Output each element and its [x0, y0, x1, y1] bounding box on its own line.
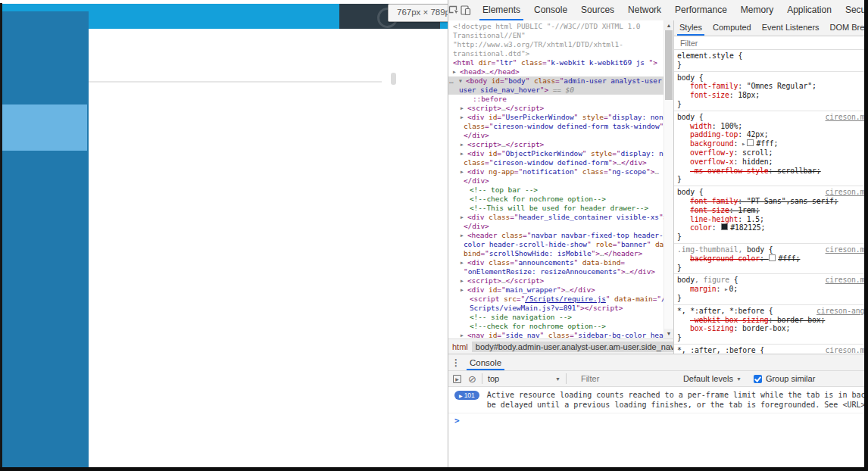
console-prompt-chevron[interactable]: > [448, 413, 868, 428]
log-levels-select[interactable]: Default levels ▼ [683, 374, 742, 383]
dom-tree-line[interactable]: ▶<header class="navbar navbar-fixed-top … [448, 231, 663, 240]
dom-tree-line[interactable]: <!-- side navigation --> [448, 313, 663, 322]
css-declaration[interactable]: overflow-x: hidden; [677, 158, 868, 167]
dom-tree-line[interactable]: class="cireson-window defined-form task-… [448, 122, 663, 131]
console-message[interactable]: ▶101 Active resource loading counts reac… [448, 387, 868, 413]
expand-arrow-icon[interactable]: ▶ [461, 104, 467, 113]
stylesheet-source-link[interactable]: cireson.ma [826, 245, 868, 254]
inspect-element-icon[interactable] [448, 1, 460, 20]
stylesheet-source-link[interactable]: cireson.ma [826, 113, 868, 122]
css-declaration[interactable]: width: 100%; [677, 122, 868, 131]
dom-tree-line[interactable]: <!-- top bar --> [448, 186, 663, 195]
execution-context-select[interactable]: top ▼ [488, 374, 560, 383]
expand-arrow-icon[interactable]: ▶ [461, 285, 467, 295]
dom-tree-line[interactable]: <!doctype html PUBLIC "-//W3C//DTD XHTML… [448, 22, 663, 31]
css-rule[interactable]: cireson.mabody {font-family: "PT Sans",s… [674, 186, 868, 244]
expand-arrow-icon[interactable]: ▶ [461, 149, 467, 158]
stylesheet-source-link[interactable]: cireson-angu [816, 307, 868, 316]
tab-dom-breakpoints[interactable]: DOM Breakpoints [825, 20, 868, 36]
clear-console-icon[interactable]: ⊘ [468, 374, 476, 384]
scrollbar-up-icon[interactable]: ▲ [664, 20, 673, 30]
css-declaration[interactable]: line-height: 1.5; [677, 215, 868, 224]
expand-arrow-icon[interactable]: ▶ [742, 141, 745, 146]
dom-tree-line[interactable]: <!--check for nochrome option--> [448, 322, 663, 331]
group-similar-checkbox[interactable] [754, 375, 762, 383]
css-rule[interactable]: cireson.mabody {width: 100%;padding-top:… [674, 111, 868, 186]
css-declaration[interactable]: padding-top: 42px; [677, 130, 868, 139]
css-declaration[interactable]: background-color: #fff; [677, 254, 868, 264]
styles-filter-input[interactable] [679, 38, 864, 48]
tab-application[interactable]: Application [780, 0, 838, 20]
expand-arrow-icon[interactable]: ▶ [461, 140, 467, 149]
css-rule[interactable]: cbody {font-family: "Omnes Regular";font… [674, 72, 868, 111]
css-rule[interactable]: cireson.ma.img-thumbnail, body {backgrou… [674, 244, 868, 274]
dom-tree-line[interactable]: </div> [448, 131, 663, 140]
tab-performance[interactable]: Performance [668, 0, 734, 20]
tab-memory[interactable]: Memory [734, 0, 780, 20]
stylesheet-source-link[interactable]: cireson.ma [826, 346, 868, 354]
message-count-badge[interactable]: ▶101 [454, 391, 479, 400]
dom-tree-line[interactable]: bind="scrollShowHide: isMobile">…</heade… [448, 249, 663, 258]
page-scrollbar-thumb[interactable] [391, 73, 396, 85]
dom-tree-line[interactable]: <!--check for nochrome option--> [448, 195, 663, 204]
expand-arrow-icon[interactable]: ▶ [461, 167, 467, 176]
dom-tree-line[interactable]: ▶<div ng-app="notification" class="ng-sc… [448, 167, 663, 176]
dom-tree-line[interactable]: ▶<nav id="side_nav" class="sidebar-bg-co… [448, 331, 663, 338]
dom-tree-line[interactable]: color header-scroll-hide-show" role="ban… [448, 240, 663, 249]
console-drawer-tab[interactable]: Console [464, 355, 507, 370]
scrollbar-thumb[interactable] [665, 30, 673, 100]
dom-tree-line[interactable]: <!--This will be used for header drawer-… [448, 204, 663, 213]
device-toolbar-icon[interactable] [460, 1, 471, 20]
css-rule[interactable]: cireson-angu*, *:after, *:before {-webki… [674, 305, 868, 345]
tab-sources[interactable]: Sources [574, 0, 621, 20]
css-declaration[interactable]: font-family: "PT Sans",sans-serif; [677, 197, 868, 206]
dom-tree-line[interactable]: ▶<div class="announcements" data-bind= [448, 258, 663, 267]
dom-tree-line[interactable]: ▶<script>…</script> [448, 276, 663, 285]
dom-tree-line[interactable]: ::before [448, 95, 663, 104]
css-declaration[interactable]: background: ▶#fff; [677, 139, 868, 148]
expand-arrow-icon[interactable]: ▶ [461, 276, 467, 285]
breadcrumb-crumb[interactable]: html [448, 342, 472, 352]
dom-tree-line[interactable]: ▶<div id="main_wrapper">…</div> [448, 285, 663, 295]
tab-console[interactable]: Console [527, 0, 574, 20]
css-declaration[interactable]: overflow-y: scroll; [677, 148, 868, 158]
stylesheet-source-link[interactable]: cireson.ma [826, 276, 868, 285]
dom-tree-line[interactable]: transitional.dtd"> [448, 49, 663, 58]
dom-tree-line[interactable]: ▶<head>…</head> [448, 67, 663, 76]
color-swatch[interactable] [769, 254, 776, 261]
dom-tree-line[interactable]: ▶<script>…</script> [448, 140, 663, 149]
dom-tree-line[interactable]: ▶<script>…</script> [448, 104, 663, 113]
dom-tree-line[interactable]: "http://www.w3.org/TR/xhtml1/DTD/xhtml1- [448, 40, 663, 49]
tab-elements[interactable]: Elements [476, 0, 527, 20]
color-swatch[interactable] [721, 223, 728, 230]
css-declaration[interactable]: font-family: "Omnes Regular"; [677, 82, 868, 91]
dom-tree-line[interactable]: Scripts/viewMain.js?v=891"></script> [448, 304, 663, 313]
tab-computed[interactable]: Computed [707, 20, 757, 36]
tab-styles[interactable]: Styles [674, 20, 707, 36]
color-swatch[interactable] [747, 139, 754, 146]
scrollbar-down-icon[interactable]: ▼ [664, 329, 673, 338]
sidebar-hovered-item[interactable] [2, 104, 87, 151]
console-filter-input[interactable] [579, 373, 677, 384]
console-sidebar-toggle-icon[interactable]: ▶ [453, 375, 461, 383]
expand-arrow-icon[interactable]: ▶ [461, 113, 467, 122]
dom-tree-line[interactable]: ▶<div class="header_slide_container visi… [448, 213, 663, 222]
tab-network[interactable]: Network [621, 0, 668, 20]
drawer-menu-icon[interactable]: ⋮ [448, 357, 464, 368]
breadcrumb-crumb[interactable]: body#body.admin-user.analyst-user.am-use… [472, 342, 674, 352]
css-declaration[interactable]: font-size: 18px; [677, 91, 868, 100]
dom-tree-line[interactable]: "onElementResize: resizeAnnoucements">…<… [448, 267, 663, 276]
dom-tree-line[interactable]: class="cireson-window defined-form">…</d… [448, 158, 663, 167]
css-declaration[interactable]: -ms-overflow-style: scrollbar; [677, 167, 868, 176]
expand-arrow-icon[interactable]: ▶ [461, 231, 467, 240]
dom-tree-line[interactable]: …▼<body id="body" class="admin-user anal… [448, 76, 663, 86]
css-rule[interactable]: cireson.mabody, figure {margin: ▶0;} [674, 274, 868, 304]
expand-arrow-icon[interactable]: ▶ [461, 258, 467, 267]
css-declaration[interactable]: box-sizing: border-box; [677, 324, 868, 333]
dom-tree-line[interactable]: user side_nav_hover"> == $0 [448, 86, 663, 95]
dom-tree-line[interactable]: <html dir="ltr" class="k-webkit k-webkit… [448, 58, 663, 67]
css-declaration[interactable]: margin: ▶0; [677, 285, 868, 294]
css-declaration[interactable]: -webkit-box-sizing: border-box; [677, 316, 868, 325]
dom-tree-line[interactable]: <script src="/Scripts/require.js" data-m… [448, 295, 663, 304]
collapse-arrow-icon[interactable]: ▼ [459, 76, 466, 86]
